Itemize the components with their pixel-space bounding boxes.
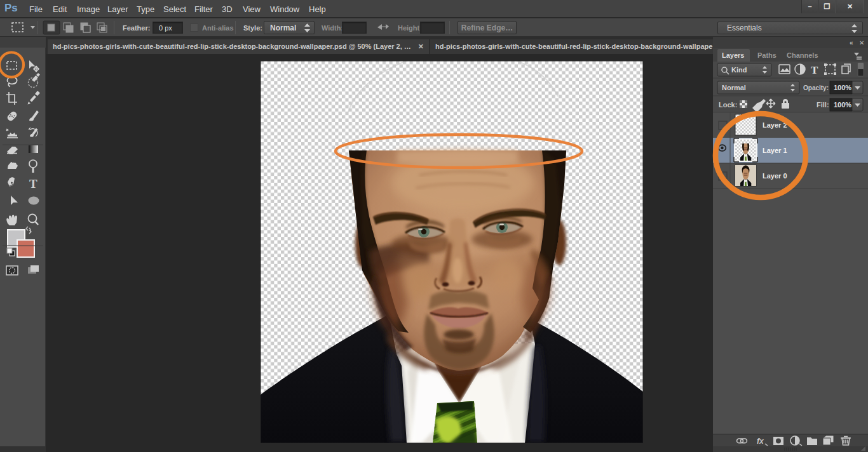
svg-text:Lock:: Lock: xyxy=(719,101,737,109)
svg-text:100%: 100% xyxy=(834,84,851,91)
svg-text:Paths: Paths xyxy=(757,51,776,59)
svg-text:Channels: Channels xyxy=(787,51,818,59)
svg-text:Opacity:: Opacity: xyxy=(803,84,829,91)
svg-text:Fill:: Fill: xyxy=(817,101,829,109)
svg-text:Layer 2: Layer 2 xyxy=(763,121,787,129)
svg-text:Layer 1: Layer 1 xyxy=(763,147,787,154)
svg-text:Normal: Normal xyxy=(722,84,746,91)
svg-text:T: T xyxy=(29,177,37,190)
svg-text:fx: fx xyxy=(757,437,764,446)
svg-text:Layer 0: Layer 0 xyxy=(763,172,787,180)
svg-text:100%: 100% xyxy=(834,101,851,109)
svg-text:T: T xyxy=(811,64,818,76)
svg-text:Layers: Layers xyxy=(722,51,744,59)
svg-text:✕: ✕ xyxy=(859,39,864,46)
svg-text:«: « xyxy=(850,39,853,46)
svg-text:Kind: Kind xyxy=(731,66,747,74)
